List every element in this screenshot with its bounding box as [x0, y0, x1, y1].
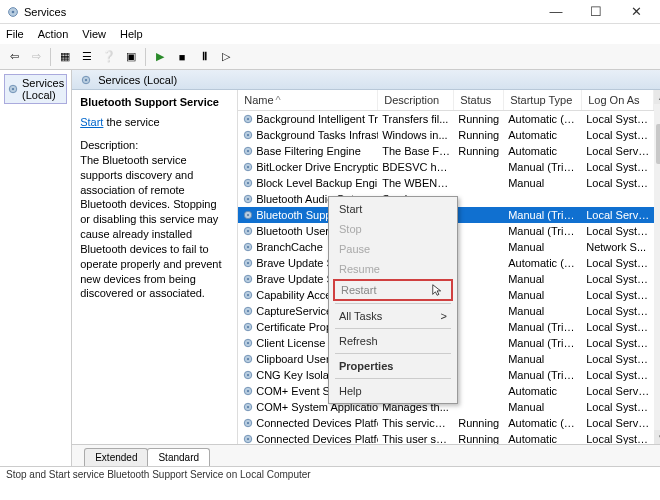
start-service-button[interactable]: ▶ [150, 47, 170, 67]
gear-icon [242, 273, 254, 285]
cursor-icon [431, 283, 445, 297]
col-startup[interactable]: Startup Type [504, 90, 582, 110]
toolbar-show-hide[interactable]: ▦ [55, 47, 75, 67]
start-link[interactable]: Start [80, 116, 103, 128]
tab-extended[interactable]: Extended [84, 448, 148, 466]
cell-name: BitLocker Drive Encryption ... [256, 161, 378, 173]
scroll-up[interactable]: ▲ [654, 90, 660, 104]
cell-logon: Local Syste... [582, 176, 654, 190]
cell-startup: Manual (Trig... [504, 368, 582, 382]
cell-startup: Manual [504, 400, 582, 414]
menu-help[interactable]: Help [120, 28, 143, 40]
service-row[interactable]: BitLocker Drive Encryption ...BDESVC hos… [238, 159, 654, 175]
cell-startup: Manual (Trig... [504, 320, 582, 334]
toolbar-properties[interactable]: ☰ [77, 47, 97, 67]
scroll-thumb[interactable] [656, 124, 660, 164]
cell-name: Background Intelligent Trans... [256, 113, 378, 125]
cell-startup: Automatic [504, 384, 582, 398]
cell-name: Connected Devices Platfor... [256, 433, 378, 444]
cell-desc: BDESVC hos... [378, 160, 454, 174]
cell-startup: Manual [504, 240, 582, 254]
vertical-scrollbar[interactable]: ▲ ▼ [654, 90, 660, 444]
tree-item-services-local[interactable]: Services (Local) [4, 74, 67, 104]
cell-status [454, 390, 504, 392]
col-logon[interactable]: Log On As [582, 90, 654, 110]
cell-startup: Automatic (D... [504, 112, 582, 126]
gear-icon [242, 257, 254, 269]
toolbar-help[interactable]: ▣ [121, 47, 141, 67]
cell-logon: Local Syste... [582, 112, 654, 126]
cell-startup: Manual [504, 288, 582, 302]
ctx-resume: Resume [331, 259, 455, 279]
gear-icon [242, 433, 254, 444]
cell-logon: Local Syste... [582, 320, 654, 334]
gear-icon [7, 83, 19, 95]
cell-status [454, 198, 504, 200]
cell-status [454, 294, 504, 296]
cell-desc: The WBENG... [378, 176, 454, 190]
service-row[interactable]: Connected Devices Platfor...This user se… [238, 431, 654, 444]
ctx-all-tasks[interactable]: All Tasks > [331, 306, 455, 326]
gear-icon [242, 129, 254, 141]
menu-action[interactable]: Action [38, 28, 69, 40]
ctx-properties[interactable]: Properties [331, 356, 455, 376]
ctx-start[interactable]: Start [331, 199, 455, 219]
ctx-restart[interactable]: Restart [333, 279, 453, 301]
back-button[interactable]: ⇦ [4, 47, 24, 67]
toolbar-export[interactable]: ❔ [99, 47, 119, 67]
close-button[interactable]: ✕ [622, 4, 650, 19]
cell-logon: Local Service [582, 144, 654, 158]
forward-button[interactable]: ⇨ [26, 47, 46, 67]
toolbar: ⇦ ⇨ ▦ ☰ ❔ ▣ ▶ ■ Ⅱ ▷ [0, 44, 660, 70]
col-name[interactable]: Name ^ [238, 90, 378, 110]
cell-status [454, 406, 504, 408]
ctx-stop: Stop [331, 219, 455, 239]
ctx-help[interactable]: Help [331, 381, 455, 401]
scroll-down[interactable]: ▼ [654, 430, 660, 444]
service-row[interactable]: Connected Devices Platfor...This service… [238, 415, 654, 431]
cell-status: Running [454, 128, 504, 142]
menu-view[interactable]: View [82, 28, 106, 40]
service-row[interactable]: Background Intelligent Trans...Transfers… [238, 111, 654, 127]
col-status[interactable]: Status [454, 90, 504, 110]
cell-startup: Manual (Trig... [504, 208, 582, 222]
cell-logon: Local Syste... [582, 304, 654, 318]
ctx-refresh[interactable]: Refresh [331, 331, 455, 351]
gear-icon [242, 401, 254, 413]
cell-status [454, 374, 504, 376]
cell-startup [504, 198, 582, 200]
cell-logon: Local Syste... [582, 432, 654, 444]
cell-logon: Local Syste... [582, 224, 654, 238]
cell-logon: Local Service [582, 208, 654, 222]
tree-pane: Services (Local) [0, 70, 72, 466]
gear-icon [242, 241, 254, 253]
cell-logon: Network S... [582, 240, 654, 254]
cell-logon: Local Syste... [582, 368, 654, 382]
pause-service-button[interactable]: Ⅱ [194, 47, 214, 67]
stop-service-button[interactable]: ■ [172, 47, 192, 67]
title-bar: Services — ☐ ✕ [0, 0, 660, 24]
cell-logon: Local Service [582, 416, 654, 430]
menu-file[interactable]: File [6, 28, 24, 40]
restart-service-button[interactable]: ▷ [216, 47, 236, 67]
maximize-button[interactable]: ☐ [582, 4, 610, 19]
cell-startup: Automatic [504, 128, 582, 142]
list-header-label: Services (Local) [98, 74, 177, 86]
service-row[interactable]: Base Filtering EngineThe Base Fil...Runn… [238, 143, 654, 159]
col-description[interactable]: Description [378, 90, 454, 110]
cell-name: Base Filtering Engine [256, 145, 361, 157]
selected-service-title: Bluetooth Support Service [80, 96, 229, 108]
cell-status: Running [454, 432, 504, 444]
description-pane: Bluetooth Support Service Start the serv… [72, 90, 237, 444]
gear-icon [242, 417, 254, 429]
cell-name: Connected Devices Platfor... [256, 417, 378, 429]
cell-logon: Local Syste... [582, 352, 654, 366]
cell-status [454, 214, 504, 216]
gear-icon [242, 209, 254, 221]
service-row[interactable]: Background Tasks Infrastru...Windows in.… [238, 127, 654, 143]
tree-item-label: Services (Local) [22, 77, 64, 101]
cell-logon: Local Syste... [582, 160, 654, 174]
tab-standard[interactable]: Standard [147, 448, 210, 466]
service-row[interactable]: Block Level Backup Engine ...The WBENG..… [238, 175, 654, 191]
minimize-button[interactable]: — [542, 4, 570, 19]
